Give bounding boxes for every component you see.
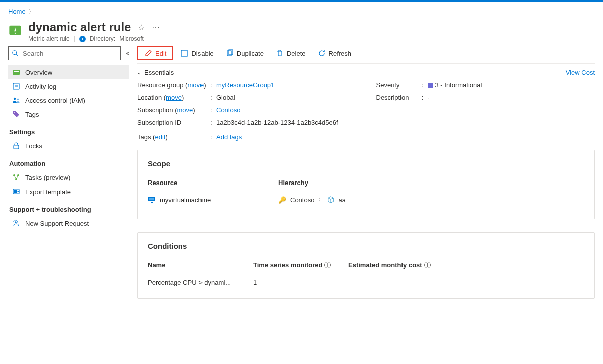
refresh-button[interactable]: Refresh bbox=[313, 47, 357, 60]
nav-tasks-label: Tasks (preview) bbox=[25, 174, 70, 181]
search-input[interactable] bbox=[22, 49, 117, 58]
more-button[interactable]: ··· bbox=[152, 23, 160, 32]
nav-locks[interactable]: Locks bbox=[8, 139, 129, 153]
content: Edit Disable Duplicate Delete Refresh bbox=[137, 46, 595, 312]
condition-row[interactable]: Percentage CPU > dynami... 1 bbox=[148, 274, 584, 287]
conditions-col-name: Name bbox=[148, 261, 253, 269]
directory-value: Microsoft bbox=[119, 35, 144, 42]
svg-rect-12 bbox=[14, 145, 19, 149]
svg-rect-4 bbox=[13, 70, 20, 75]
page-subtitle: Metric alert rule bbox=[28, 35, 70, 42]
view-cost-link[interactable]: View Cost bbox=[566, 69, 595, 76]
essentials-label: Essentials bbox=[144, 69, 174, 76]
condition-timeseries: 1 bbox=[253, 279, 348, 286]
page-header: dynamic alert rule ☆ ··· Metric alert ru… bbox=[8, 18, 595, 46]
nav-export-template[interactable]: Export template bbox=[8, 185, 129, 199]
resource-group-move[interactable]: move bbox=[187, 81, 204, 89]
tags-edit[interactable]: edit bbox=[155, 133, 165, 141]
chevron-right-icon: 〉 bbox=[318, 196, 323, 203]
svg-point-20 bbox=[15, 221, 17, 223]
scope-col-hierarchy: Hierarchy bbox=[278, 179, 308, 187]
lock-icon bbox=[12, 142, 20, 150]
tasks-icon bbox=[12, 173, 20, 181]
conditions-col-cost: Estimated monthly cost bbox=[348, 261, 422, 269]
scope-col-resource: Resource bbox=[148, 179, 278, 187]
access-control-icon bbox=[12, 96, 20, 104]
svg-rect-6 bbox=[13, 83, 19, 89]
disable-label: Disable bbox=[191, 50, 213, 57]
svg-rect-19 bbox=[14, 190, 17, 193]
severity-badge bbox=[428, 83, 433, 88]
disable-icon bbox=[180, 49, 188, 57]
refresh-icon bbox=[318, 49, 326, 57]
svg-rect-26 bbox=[151, 202, 153, 203]
nav-access-control[interactable]: Access control (IAM) bbox=[8, 93, 129, 107]
sidebar: « Overview Activity log Access control (… bbox=[8, 46, 129, 312]
location-move[interactable]: move bbox=[166, 94, 182, 101]
nav-heading-support: Support + troubleshooting bbox=[8, 199, 129, 216]
svg-point-11 bbox=[14, 112, 15, 113]
search-box[interactable] bbox=[8, 46, 121, 60]
chevron-up-icon: ⌃ bbox=[137, 70, 141, 75]
essentials-toggle[interactable]: ⌃ Essentials bbox=[137, 69, 174, 76]
resource-group-icon bbox=[327, 196, 334, 203]
nav-overview[interactable]: Overview bbox=[8, 65, 129, 79]
resource-group-value[interactable]: myResourceGroup1 bbox=[216, 81, 274, 89]
info-icon: i bbox=[79, 36, 86, 42]
conditions-title: Conditions bbox=[148, 242, 584, 250]
chevron-right-icon: 〉 bbox=[29, 8, 34, 15]
add-tags-link[interactable]: Add tags bbox=[216, 133, 242, 141]
subscription-label: Subscription bbox=[137, 106, 173, 114]
svg-point-9 bbox=[14, 98, 16, 100]
svg-rect-5 bbox=[14, 71, 19, 72]
hierarchy-root: Contoso bbox=[290, 196, 314, 204]
condition-name: Percentage CPU > dynami... bbox=[148, 279, 253, 286]
directory-label: Directory: bbox=[90, 35, 115, 42]
location-label: Location bbox=[137, 94, 162, 101]
subscription-value[interactable]: Contoso bbox=[216, 106, 240, 114]
duplicate-button[interactable]: Duplicate bbox=[221, 47, 269, 60]
scope-panel: Scope Resource Hierarchy myvirtualmachin… bbox=[137, 150, 595, 219]
subscription-move[interactable]: move bbox=[177, 106, 193, 114]
nav-tags[interactable]: Tags bbox=[8, 107, 129, 121]
support-icon bbox=[12, 219, 20, 227]
conditions-panel: Conditions Name Time series monitoredi E… bbox=[137, 232, 595, 299]
nav-export-template-label: Export template bbox=[25, 188, 71, 196]
svg-line-16 bbox=[14, 175, 16, 179]
nav-support-request[interactable]: New Support Request bbox=[8, 216, 129, 230]
nav-locks-label: Locks bbox=[25, 142, 42, 150]
separator: | bbox=[74, 35, 75, 42]
page-title: dynamic alert rule bbox=[28, 20, 131, 34]
breadcrumb-home[interactable]: Home bbox=[8, 8, 26, 15]
nav-activity-log[interactable]: Activity log bbox=[8, 79, 129, 93]
vm-icon bbox=[148, 196, 156, 204]
nav-activity-log-label: Activity log bbox=[25, 83, 56, 90]
description-value: - bbox=[428, 94, 595, 101]
scope-title: Scope bbox=[148, 159, 584, 168]
svg-line-17 bbox=[16, 175, 18, 179]
delete-button[interactable]: Delete bbox=[271, 47, 311, 60]
info-icon[interactable]: i bbox=[424, 262, 431, 268]
conditions-col-timeseries: Time series monitored bbox=[253, 261, 322, 269]
info-icon[interactable]: i bbox=[324, 262, 331, 268]
nav-heading-settings: Settings bbox=[8, 121, 129, 139]
resource-group-label: Resource group bbox=[137, 81, 184, 89]
nav-tags-label: Tags bbox=[25, 111, 39, 118]
collapse-sidebar-button[interactable]: « bbox=[126, 50, 129, 57]
svg-point-2 bbox=[13, 51, 17, 55]
favorite-button[interactable]: ☆ bbox=[138, 23, 145, 32]
edit-button[interactable]: Edit bbox=[137, 46, 173, 60]
delete-label: Delete bbox=[287, 50, 306, 57]
disable-button[interactable]: Disable bbox=[175, 47, 218, 60]
description-label: Description bbox=[376, 94, 422, 101]
nav-tasks[interactable]: Tasks (preview) bbox=[8, 170, 129, 185]
svg-line-3 bbox=[16, 54, 18, 56]
severity-label: Severity bbox=[376, 81, 422, 89]
pencil-icon bbox=[144, 49, 152, 57]
export-template-icon bbox=[12, 188, 20, 196]
trash-icon bbox=[276, 49, 284, 57]
svg-rect-21 bbox=[181, 50, 187, 56]
svg-point-10 bbox=[17, 98, 19, 100]
location-value: Global bbox=[216, 94, 356, 101]
scope-row[interactable]: myvirtualmachine 🔑 Contoso 〉 aa bbox=[148, 192, 584, 208]
